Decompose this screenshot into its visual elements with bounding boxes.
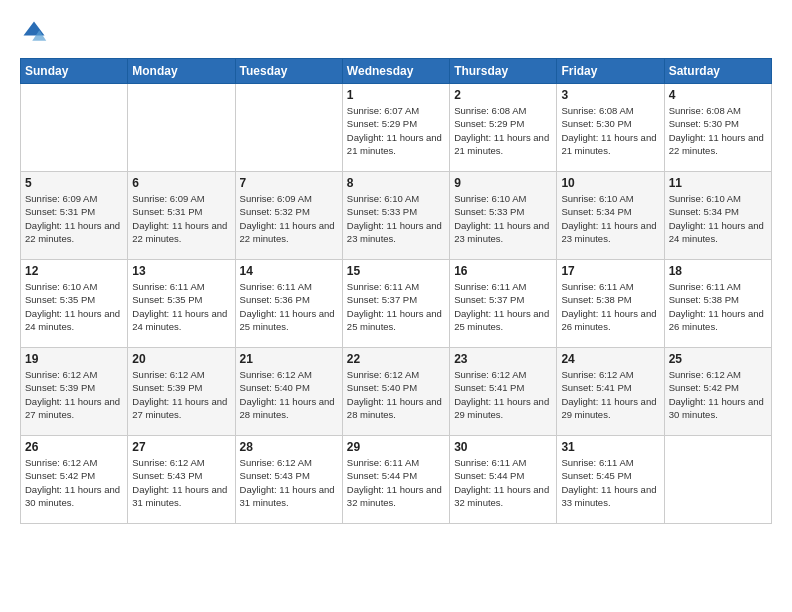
calendar-cell: 19Sunrise: 6:12 AM Sunset: 5:39 PM Dayli… bbox=[21, 348, 128, 436]
calendar-cell: 4Sunrise: 6:08 AM Sunset: 5:30 PM Daylig… bbox=[664, 84, 771, 172]
day-info: Sunrise: 6:12 AM Sunset: 5:39 PM Dayligh… bbox=[132, 368, 230, 421]
day-info: Sunrise: 6:11 AM Sunset: 5:35 PM Dayligh… bbox=[132, 280, 230, 333]
day-info: Sunrise: 6:12 AM Sunset: 5:42 PM Dayligh… bbox=[25, 456, 123, 509]
calendar-cell bbox=[128, 84, 235, 172]
calendar-cell: 10Sunrise: 6:10 AM Sunset: 5:34 PM Dayli… bbox=[557, 172, 664, 260]
calendar-cell: 21Sunrise: 6:12 AM Sunset: 5:40 PM Dayli… bbox=[235, 348, 342, 436]
calendar-cell: 30Sunrise: 6:11 AM Sunset: 5:44 PM Dayli… bbox=[450, 436, 557, 524]
week-row-3: 12Sunrise: 6:10 AM Sunset: 5:35 PM Dayli… bbox=[21, 260, 772, 348]
day-info: Sunrise: 6:07 AM Sunset: 5:29 PM Dayligh… bbox=[347, 104, 445, 157]
weekday-header-row: SundayMondayTuesdayWednesdayThursdayFrid… bbox=[21, 59, 772, 84]
day-number: 14 bbox=[240, 264, 338, 278]
calendar-cell: 26Sunrise: 6:12 AM Sunset: 5:42 PM Dayli… bbox=[21, 436, 128, 524]
calendar-cell: 27Sunrise: 6:12 AM Sunset: 5:43 PM Dayli… bbox=[128, 436, 235, 524]
week-row-4: 19Sunrise: 6:12 AM Sunset: 5:39 PM Dayli… bbox=[21, 348, 772, 436]
day-info: Sunrise: 6:12 AM Sunset: 5:41 PM Dayligh… bbox=[454, 368, 552, 421]
day-number: 3 bbox=[561, 88, 659, 102]
day-info: Sunrise: 6:12 AM Sunset: 5:41 PM Dayligh… bbox=[561, 368, 659, 421]
calendar-cell: 5Sunrise: 6:09 AM Sunset: 5:31 PM Daylig… bbox=[21, 172, 128, 260]
day-number: 25 bbox=[669, 352, 767, 366]
day-number: 24 bbox=[561, 352, 659, 366]
calendar-cell: 15Sunrise: 6:11 AM Sunset: 5:37 PM Dayli… bbox=[342, 260, 449, 348]
day-info: Sunrise: 6:09 AM Sunset: 5:31 PM Dayligh… bbox=[25, 192, 123, 245]
weekday-header-sunday: Sunday bbox=[21, 59, 128, 84]
calendar-cell: 29Sunrise: 6:11 AM Sunset: 5:44 PM Dayli… bbox=[342, 436, 449, 524]
day-number: 6 bbox=[132, 176, 230, 190]
weekday-header-wednesday: Wednesday bbox=[342, 59, 449, 84]
weekday-header-thursday: Thursday bbox=[450, 59, 557, 84]
day-number: 28 bbox=[240, 440, 338, 454]
calendar-cell: 11Sunrise: 6:10 AM Sunset: 5:34 PM Dayli… bbox=[664, 172, 771, 260]
day-number: 19 bbox=[25, 352, 123, 366]
day-number: 20 bbox=[132, 352, 230, 366]
day-info: Sunrise: 6:08 AM Sunset: 5:29 PM Dayligh… bbox=[454, 104, 552, 157]
day-info: Sunrise: 6:11 AM Sunset: 5:44 PM Dayligh… bbox=[347, 456, 445, 509]
weekday-header-saturday: Saturday bbox=[664, 59, 771, 84]
day-info: Sunrise: 6:12 AM Sunset: 5:43 PM Dayligh… bbox=[240, 456, 338, 509]
calendar-cell: 8Sunrise: 6:10 AM Sunset: 5:33 PM Daylig… bbox=[342, 172, 449, 260]
day-number: 30 bbox=[454, 440, 552, 454]
day-number: 5 bbox=[25, 176, 123, 190]
day-info: Sunrise: 6:11 AM Sunset: 5:45 PM Dayligh… bbox=[561, 456, 659, 509]
day-number: 18 bbox=[669, 264, 767, 278]
calendar-cell: 23Sunrise: 6:12 AM Sunset: 5:41 PM Dayli… bbox=[450, 348, 557, 436]
day-info: Sunrise: 6:09 AM Sunset: 5:32 PM Dayligh… bbox=[240, 192, 338, 245]
day-number: 2 bbox=[454, 88, 552, 102]
day-number: 9 bbox=[454, 176, 552, 190]
day-number: 22 bbox=[347, 352, 445, 366]
calendar-cell: 18Sunrise: 6:11 AM Sunset: 5:38 PM Dayli… bbox=[664, 260, 771, 348]
day-number: 15 bbox=[347, 264, 445, 278]
day-number: 8 bbox=[347, 176, 445, 190]
calendar-cell: 14Sunrise: 6:11 AM Sunset: 5:36 PM Dayli… bbox=[235, 260, 342, 348]
calendar-cell: 13Sunrise: 6:11 AM Sunset: 5:35 PM Dayli… bbox=[128, 260, 235, 348]
weekday-header-monday: Monday bbox=[128, 59, 235, 84]
calendar-cell: 17Sunrise: 6:11 AM Sunset: 5:38 PM Dayli… bbox=[557, 260, 664, 348]
day-info: Sunrise: 6:11 AM Sunset: 5:38 PM Dayligh… bbox=[561, 280, 659, 333]
day-number: 13 bbox=[132, 264, 230, 278]
calendar-cell: 22Sunrise: 6:12 AM Sunset: 5:40 PM Dayli… bbox=[342, 348, 449, 436]
day-info: Sunrise: 6:12 AM Sunset: 5:39 PM Dayligh… bbox=[25, 368, 123, 421]
calendar-cell: 24Sunrise: 6:12 AM Sunset: 5:41 PM Dayli… bbox=[557, 348, 664, 436]
day-info: Sunrise: 6:10 AM Sunset: 5:34 PM Dayligh… bbox=[561, 192, 659, 245]
day-info: Sunrise: 6:10 AM Sunset: 5:34 PM Dayligh… bbox=[669, 192, 767, 245]
calendar-cell: 25Sunrise: 6:12 AM Sunset: 5:42 PM Dayli… bbox=[664, 348, 771, 436]
calendar-cell: 31Sunrise: 6:11 AM Sunset: 5:45 PM Dayli… bbox=[557, 436, 664, 524]
calendar-cell: 3Sunrise: 6:08 AM Sunset: 5:30 PM Daylig… bbox=[557, 84, 664, 172]
day-number: 10 bbox=[561, 176, 659, 190]
day-info: Sunrise: 6:12 AM Sunset: 5:42 PM Dayligh… bbox=[669, 368, 767, 421]
day-info: Sunrise: 6:08 AM Sunset: 5:30 PM Dayligh… bbox=[561, 104, 659, 157]
day-info: Sunrise: 6:11 AM Sunset: 5:37 PM Dayligh… bbox=[454, 280, 552, 333]
week-row-1: 1Sunrise: 6:07 AM Sunset: 5:29 PM Daylig… bbox=[21, 84, 772, 172]
calendar-cell bbox=[664, 436, 771, 524]
day-number: 1 bbox=[347, 88, 445, 102]
day-info: Sunrise: 6:12 AM Sunset: 5:40 PM Dayligh… bbox=[347, 368, 445, 421]
day-number: 17 bbox=[561, 264, 659, 278]
day-info: Sunrise: 6:10 AM Sunset: 5:33 PM Dayligh… bbox=[454, 192, 552, 245]
weekday-header-friday: Friday bbox=[557, 59, 664, 84]
logo-icon bbox=[20, 18, 48, 46]
day-info: Sunrise: 6:11 AM Sunset: 5:37 PM Dayligh… bbox=[347, 280, 445, 333]
logo bbox=[20, 18, 52, 46]
day-number: 16 bbox=[454, 264, 552, 278]
calendar-cell: 28Sunrise: 6:12 AM Sunset: 5:43 PM Dayli… bbox=[235, 436, 342, 524]
day-info: Sunrise: 6:11 AM Sunset: 5:44 PM Dayligh… bbox=[454, 456, 552, 509]
calendar-cell: 20Sunrise: 6:12 AM Sunset: 5:39 PM Dayli… bbox=[128, 348, 235, 436]
day-info: Sunrise: 6:11 AM Sunset: 5:38 PM Dayligh… bbox=[669, 280, 767, 333]
day-info: Sunrise: 6:12 AM Sunset: 5:43 PM Dayligh… bbox=[132, 456, 230, 509]
week-row-5: 26Sunrise: 6:12 AM Sunset: 5:42 PM Dayli… bbox=[21, 436, 772, 524]
day-info: Sunrise: 6:09 AM Sunset: 5:31 PM Dayligh… bbox=[132, 192, 230, 245]
day-number: 31 bbox=[561, 440, 659, 454]
week-row-2: 5Sunrise: 6:09 AM Sunset: 5:31 PM Daylig… bbox=[21, 172, 772, 260]
day-info: Sunrise: 6:10 AM Sunset: 5:35 PM Dayligh… bbox=[25, 280, 123, 333]
calendar-cell: 12Sunrise: 6:10 AM Sunset: 5:35 PM Dayli… bbox=[21, 260, 128, 348]
day-info: Sunrise: 6:10 AM Sunset: 5:33 PM Dayligh… bbox=[347, 192, 445, 245]
calendar-cell: 1Sunrise: 6:07 AM Sunset: 5:29 PM Daylig… bbox=[342, 84, 449, 172]
day-number: 26 bbox=[25, 440, 123, 454]
day-number: 4 bbox=[669, 88, 767, 102]
page: SundayMondayTuesdayWednesdayThursdayFrid… bbox=[0, 0, 792, 612]
calendar-cell: 7Sunrise: 6:09 AM Sunset: 5:32 PM Daylig… bbox=[235, 172, 342, 260]
day-number: 27 bbox=[132, 440, 230, 454]
header bbox=[20, 18, 772, 46]
day-number: 11 bbox=[669, 176, 767, 190]
calendar-cell: 9Sunrise: 6:10 AM Sunset: 5:33 PM Daylig… bbox=[450, 172, 557, 260]
